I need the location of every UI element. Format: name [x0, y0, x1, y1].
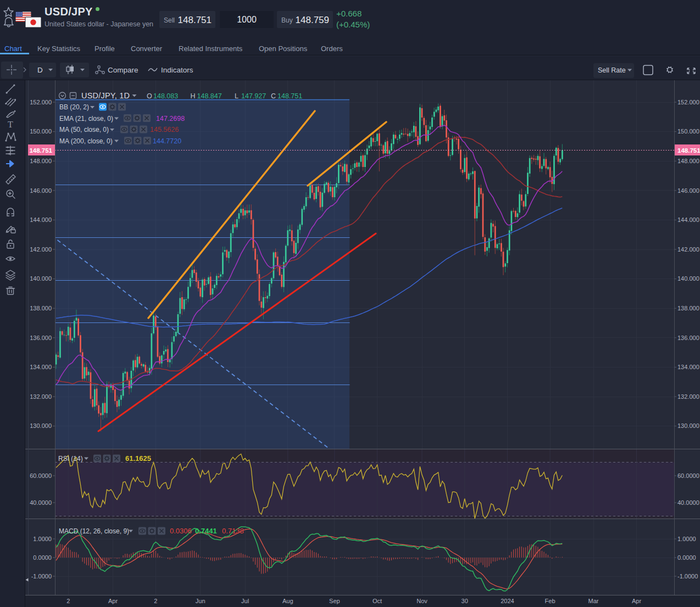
- svg-text:144.000: 144.000: [30, 216, 52, 223]
- svg-text:138.000: 138.000: [677, 305, 699, 311]
- svg-text:Sell Rate: Sell Rate: [598, 66, 626, 74]
- svg-text:134.000: 134.000: [677, 364, 699, 370]
- svg-text:H: H: [191, 92, 196, 100]
- svg-text:150.000: 150.000: [30, 128, 52, 135]
- svg-text:145.5626: 145.5626: [150, 126, 179, 133]
- svg-text:Sep: Sep: [329, 598, 340, 604]
- svg-text:148.083: 148.083: [153, 92, 178, 100]
- svg-text:148.751: 148.751: [677, 147, 700, 154]
- svg-text:30: 30: [462, 598, 468, 604]
- svg-text:40.0000: 40.0000: [677, 499, 699, 506]
- svg-text:130.000: 130.000: [677, 422, 699, 429]
- svg-text:Mar: Mar: [588, 598, 599, 604]
- svg-text:152.000: 152.000: [30, 99, 52, 105]
- svg-text:150.000: 150.000: [677, 128, 699, 135]
- svg-text:142.000: 142.000: [30, 246, 52, 253]
- svg-text:C: C: [271, 92, 276, 100]
- svg-text:Nov: Nov: [416, 598, 427, 604]
- svg-text:142.000: 142.000: [677, 246, 699, 253]
- svg-text:RSI (14): RSI (14): [58, 455, 83, 463]
- svg-text:MA (50, close, 0): MA (50, close, 0): [59, 126, 109, 133]
- svg-text:1.0000: 1.0000: [33, 536, 52, 542]
- svg-text:0.0000: 0.0000: [677, 554, 696, 561]
- svg-text:148.000: 148.000: [677, 158, 699, 164]
- svg-text:152.000: 152.000: [677, 99, 699, 105]
- svg-text:136.000: 136.000: [30, 335, 52, 341]
- svg-text:Compare: Compare: [108, 66, 138, 74]
- svg-text:MACD (12, 26, close, 9): MACD (12, 26, close, 9): [59, 527, 129, 535]
- svg-text:Indicators: Indicators: [161, 66, 193, 74]
- svg-text:2: 2: [66, 598, 70, 604]
- svg-text:0.0306: 0.0306: [170, 527, 192, 535]
- svg-text:132.000: 132.000: [30, 393, 52, 400]
- svg-text:130.000: 130.000: [30, 422, 52, 429]
- svg-text:140.000: 140.000: [677, 275, 699, 282]
- svg-text:136.000: 136.000: [677, 335, 699, 341]
- svg-text:146.000: 146.000: [30, 187, 52, 194]
- svg-text:148.751: 148.751: [29, 147, 52, 154]
- svg-text:0.0000: 0.0000: [33, 554, 52, 561]
- svg-text:MA (200, close, 0): MA (200, close, 0): [59, 137, 113, 145]
- svg-text:L: L: [235, 92, 238, 100]
- svg-text:147.2698: 147.2698: [156, 115, 185, 122]
- svg-text:D: D: [37, 66, 43, 74]
- svg-text:146.000: 146.000: [677, 187, 699, 194]
- svg-text:148.751: 148.751: [277, 92, 302, 100]
- svg-text:EMA (21, close, 0): EMA (21, close, 0): [59, 115, 113, 122]
- svg-text:Feb: Feb: [545, 598, 555, 604]
- svg-text:Aug: Aug: [282, 598, 293, 604]
- svg-text:144.7720: 144.7720: [153, 137, 181, 145]
- svg-text:140.000: 140.000: [30, 275, 52, 282]
- svg-text:-1.0000: -1.0000: [31, 573, 52, 580]
- svg-text:132.000: 132.000: [677, 393, 699, 400]
- svg-text:134.000: 134.000: [30, 364, 52, 370]
- svg-text:61.1625: 61.1625: [125, 454, 151, 463]
- svg-text:138.000: 138.000: [30, 305, 52, 311]
- svg-text:0.7441: 0.7441: [195, 527, 217, 535]
- svg-text:2024: 2024: [501, 598, 514, 604]
- svg-text:148.847: 148.847: [197, 92, 222, 100]
- svg-text:0.7138: 0.7138: [222, 527, 244, 535]
- svg-text:Jul: Jul: [241, 598, 249, 604]
- svg-text:148.000: 148.000: [30, 158, 52, 164]
- svg-text:Apr: Apr: [632, 598, 641, 604]
- svg-text:1.0000: 1.0000: [677, 536, 696, 542]
- svg-text:2: 2: [154, 598, 157, 604]
- svg-text:40.0000: 40.0000: [30, 499, 52, 506]
- svg-text:147.927: 147.927: [241, 92, 266, 100]
- svg-text:60.0000: 60.0000: [677, 472, 699, 479]
- svg-text:60.0000: 60.0000: [30, 472, 52, 479]
- svg-text:Apr: Apr: [108, 598, 118, 604]
- svg-text:144.000: 144.000: [677, 216, 699, 223]
- svg-text:Oct: Oct: [373, 598, 382, 604]
- svg-text:USD/JPY, 1D: USD/JPY, 1D: [81, 91, 130, 100]
- svg-text:-1.0000: -1.0000: [677, 573, 698, 580]
- svg-text:T: T: [8, 120, 13, 129]
- svg-text:BB (20, 2): BB (20, 2): [59, 103, 89, 111]
- svg-text:Jun: Jun: [196, 598, 205, 604]
- svg-text:O: O: [147, 92, 152, 100]
